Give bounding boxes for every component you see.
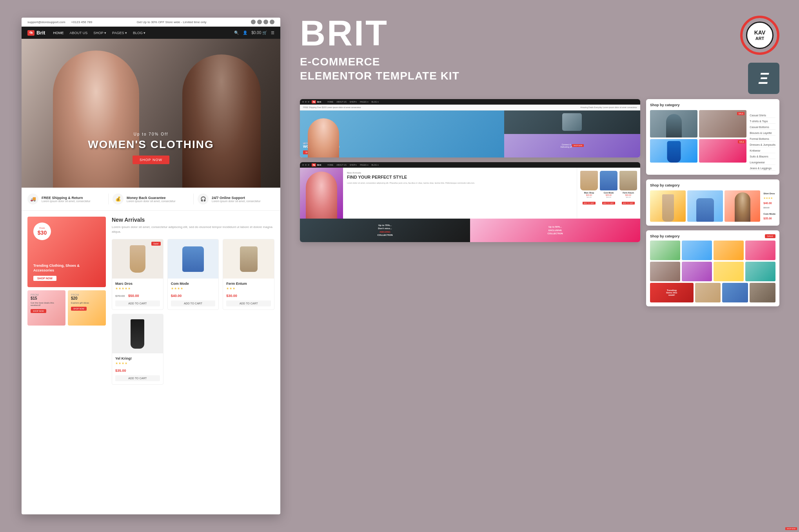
add-to-cart-button-2[interactable]: ADD TO CART <box>171 300 216 306</box>
money-icon: 💰 <box>113 194 123 204</box>
cat-item-suits[interactable]: Suits & Blazers <box>750 154 775 159</box>
cat-item-jeans[interactable]: Jeans & Leggings <box>750 166 775 171</box>
nav-pages[interactable]: PAGES ▾ <box>112 31 127 35</box>
dot3 <box>308 101 309 103</box>
promo-sub1-btn[interactable]: SHOP NOW <box>31 309 46 313</box>
feature-support: 🎧 24/7 Online Support Lorem ipsum dolor … <box>198 194 274 204</box>
preview1-hero-right: SHOP NOW Connect &Delivering off SHOP NO… <box>504 110 640 157</box>
nav-shop[interactable]: SHOP ▾ <box>93 31 106 35</box>
user-icon[interactable]: 👤 <box>243 31 247 35</box>
preview1-nav: HOME ABOUT US SHOP ▾ PAGES ▾ BLOG ▾ <box>327 101 378 103</box>
mini-add-cart-3[interactable]: ADD TO CART <box>622 202 635 204</box>
page-container: support@storesupport.com +0123 456 789 G… <box>0 0 799 532</box>
cat3-item-2[interactable] <box>682 241 712 260</box>
cat3-item-8[interactable] <box>745 262 775 281</box>
cat-item-tshirts[interactable]: T-shirts & Tops <box>750 119 775 124</box>
cat3-item-7[interactable] <box>714 262 744 281</box>
product-card-2: Com Mode ★ ★ ★ ★ $40.00 ADD TO CART <box>167 239 219 310</box>
products-grid: Sale! Marc Dros ★ ★ ★ ★ ★ <box>112 239 274 385</box>
feature-money-back: 💰 Money Back Guarantee Lorem ipsum dolor… <box>113 194 189 204</box>
promo-sub1-text: Get the best deals this weekend! <box>31 302 62 306</box>
shop-cat-grid-2 <box>650 190 760 222</box>
add-to-cart-button-4[interactable]: ADD TO CART <box>115 375 160 381</box>
cat-item-casual-shirts[interactable]: Casual Shirts <box>750 113 775 118</box>
promo-sub2-btn[interactable]: SHOP NOW <box>71 307 87 311</box>
topbar-email: support@storesupport.com <box>27 20 65 24</box>
product-card-1: Sale! Marc Dros ★ ★ ★ ★ ★ <box>112 239 163 310</box>
cat2-item-person[interactable] <box>725 190 760 222</box>
cat3-item-4[interactable] <box>745 241 775 260</box>
feature-divider-1 <box>108 194 109 204</box>
promo-sub-2: FROM $20 Explore gift ideas SHOP NOW <box>68 290 106 326</box>
cat3-item-6[interactable] <box>682 262 712 281</box>
prev1-shop: SHOP ▾ <box>350 101 357 103</box>
cat-item-casual-bottoms[interactable]: Casual Bottoms <box>750 125 775 130</box>
facebook-icon <box>251 20 256 24</box>
cat2-price-val-2: $35.00 <box>763 217 775 220</box>
logo-icon-text: 🛍 <box>29 31 33 34</box>
cat2-price-2: Com Mode <box>763 213 775 215</box>
preview2-arrivals-label: New Arrivals <box>347 172 573 174</box>
cat3-bottom-2[interactable] <box>722 283 748 302</box>
cat-sale-badge2: SALE <box>738 140 745 143</box>
nav-blog[interactable]: BLOG ▾ <box>133 31 146 35</box>
product-img-3 <box>223 239 274 279</box>
cat-main-grid: SALE <box>650 110 746 138</box>
preview1-infobar: FREE Shipping Over $100 Lorem ipsum dolo… <box>300 105 640 110</box>
cat-item-dresses[interactable]: Dresses & Jumpsuits <box>750 143 775 147</box>
right-panel: BRIT E-COMMERCE ELEMENTOR TEMPLATE KIT K… <box>280 0 799 532</box>
cat-item-jeans[interactable] <box>650 139 697 163</box>
cat2-item-jacket[interactable] <box>687 190 723 222</box>
product-img-1: Sale! <box>112 239 163 279</box>
cat3-item-5[interactable] <box>650 262 680 281</box>
menu-icon[interactable]: ☰ <box>271 31 274 35</box>
preview1-figure <box>308 118 339 157</box>
kavart-text: KAV ART <box>754 29 766 41</box>
cat2-item-pants[interactable] <box>650 190 686 222</box>
product-img-4 <box>112 314 163 353</box>
feature-money-title: Money Back Guarantee <box>127 196 176 200</box>
cat-item-coat[interactable] <box>650 110 697 138</box>
preview2-promo1-text: Up to 70%...Don't miss...AMAZINGCOLLECTI… <box>378 224 393 237</box>
feature-shipping: 🚚 FREE Shipping & Return Lorem ipsum dol… <box>27 194 104 204</box>
product-shape-pants2 <box>131 319 144 349</box>
prev2-blog: BLOG ▾ <box>372 164 379 166</box>
support-icon: 🎧 <box>198 194 209 204</box>
preview2-figure-area <box>300 168 343 219</box>
promo-shop-now-button[interactable]: SHOP NOW <box>33 276 56 281</box>
cat3-bottom-1[interactable] <box>695 283 721 302</box>
feature-shipping-title: FREE Shipping & Return <box>42 196 91 200</box>
nav-home[interactable]: HOME <box>53 31 64 35</box>
cat-jeans-shape <box>667 141 681 163</box>
add-to-cart-button-1[interactable]: ADD TO CART <box>115 300 160 306</box>
cat3-item-3[interactable] <box>714 241 744 260</box>
promo-sub-1: FROM $15 Get the best deals this weekend… <box>27 290 65 326</box>
cat-item-blouses[interactable]: Blouses & Layette <box>750 131 775 136</box>
cat-item-scarf[interactable]: SALE <box>699 110 746 138</box>
cat-item-dress[interactable]: SALE <box>699 139 746 163</box>
dot2 <box>305 164 307 166</box>
cat-sale-badge: SALE <box>737 112 745 115</box>
search-icon[interactable]: 🔍 <box>234 31 239 35</box>
cat3-bottom-3[interactable] <box>750 283 775 302</box>
preview1-shop-btn2[interactable]: SHOP NOW <box>572 144 584 147</box>
shop-by-category-1: Shop by category SALE <box>646 99 779 175</box>
shop-cat-title-2: Shop by category <box>650 183 775 187</box>
cat-item-formal[interactable]: Formal Bottoms <box>750 137 775 141</box>
product-img-2 <box>168 239 219 279</box>
preview2-mini-product-3: Ferm Alsum $30.00 $45.00 ADD TO CART <box>619 171 637 205</box>
cat-item-knitwear[interactable]: Knitwear <box>750 148 775 153</box>
mini-add-cart-1[interactable]: ADD TO CART <box>583 202 596 204</box>
hero-shop-now-button[interactable]: SHOP NOW <box>133 156 169 164</box>
shop-cat-content-2: Shirt Dros ★★★★ $40.00 $50.00 Com Mode $… <box>650 190 775 222</box>
nav-about[interactable]: ABOUT US <box>69 31 87 35</box>
new-arrivals-section: New Arrivals Lorem ipsum dolor sit amet,… <box>112 217 274 385</box>
nav-logo[interactable]: 🛍 Brit <box>27 30 45 36</box>
add-to-cart-button-3[interactable]: ADD TO CART <box>226 300 271 306</box>
mini-product-shape-2 <box>600 171 617 190</box>
preview1-logo-text: Brit <box>317 101 321 103</box>
cart-icon[interactable]: $0.00 🛒 <box>251 31 267 35</box>
cat3-item-1[interactable] <box>650 241 680 260</box>
cat-item-loungewear[interactable]: Loungewear <box>750 160 775 165</box>
mini-add-cart-2[interactable]: ADD TO CART <box>602 202 615 204</box>
